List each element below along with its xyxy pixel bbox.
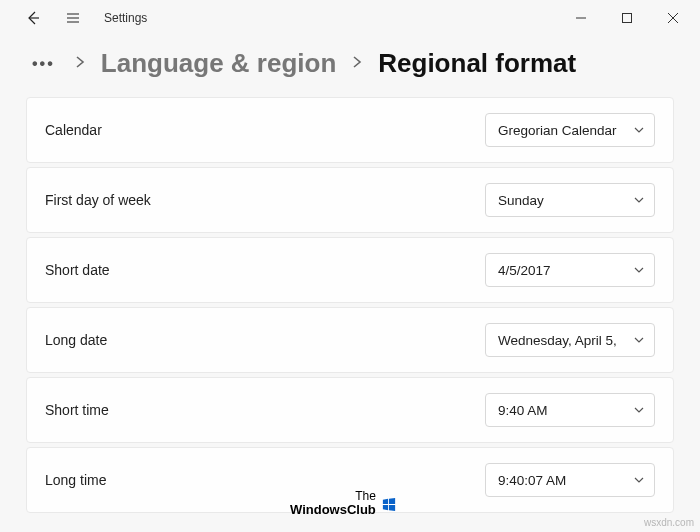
chevron-right-icon <box>350 55 364 73</box>
hamburger-icon[interactable] <box>58 3 88 33</box>
setting-row-calendar: Calendar Gregorian Calendar <box>26 97 674 163</box>
short-time-dropdown[interactable]: 9:40 AM <box>485 393 655 427</box>
first-day-dropdown[interactable]: Sunday <box>485 183 655 217</box>
dropdown-value: Gregorian Calendar <box>498 123 617 138</box>
setting-label: First day of week <box>45 192 151 208</box>
dropdown-value: 4/5/2017 <box>498 263 551 278</box>
setting-label: Short date <box>45 262 110 278</box>
chevron-down-icon <box>634 473 644 488</box>
calendar-dropdown[interactable]: Gregorian Calendar <box>485 113 655 147</box>
setting-label: Short time <box>45 402 109 418</box>
setting-label: Calendar <box>45 122 102 138</box>
chevron-down-icon <box>634 333 644 348</box>
setting-label: Long time <box>45 472 106 488</box>
chevron-down-icon <box>634 123 644 138</box>
page-title: Regional format <box>378 48 576 79</box>
setting-label: Long date <box>45 332 107 348</box>
watermark: The WindowsClub <box>290 490 396 517</box>
window-close-button[interactable] <box>650 2 696 34</box>
back-button[interactable] <box>18 3 48 33</box>
app-title: Settings <box>104 11 147 25</box>
breadcrumb-more-icon[interactable]: ••• <box>28 55 59 73</box>
window-minimize-button[interactable] <box>558 2 604 34</box>
setting-row-short-time: Short time 9:40 AM <box>26 377 674 443</box>
long-time-dropdown[interactable]: 9:40:07 AM <box>485 463 655 497</box>
source-text: wsxdn.com <box>644 517 694 528</box>
short-date-dropdown[interactable]: 4/5/2017 <box>485 253 655 287</box>
chevron-down-icon <box>634 403 644 418</box>
chevron-down-icon <box>634 263 644 278</box>
breadcrumb: ••• Language & region Regional format <box>0 36 700 97</box>
dropdown-value: 9:40 AM <box>498 403 548 418</box>
dropdown-value: Wednesday, April 5, <box>498 333 617 348</box>
setting-row-first-day: First day of week Sunday <box>26 167 674 233</box>
chevron-right-icon <box>73 55 87 73</box>
setting-row-long-date: Long date Wednesday, April 5, <box>26 307 674 373</box>
dropdown-value: Sunday <box>498 193 544 208</box>
window-maximize-button[interactable] <box>604 2 650 34</box>
watermark-line2: WindowsClub <box>290 503 376 517</box>
windows-logo-icon <box>382 497 396 511</box>
dropdown-value: 9:40:07 AM <box>498 473 566 488</box>
breadcrumb-parent[interactable]: Language & region <box>101 48 336 79</box>
chevron-down-icon <box>634 193 644 208</box>
long-date-dropdown[interactable]: Wednesday, April 5, <box>485 323 655 357</box>
setting-row-short-date: Short date 4/5/2017 <box>26 237 674 303</box>
svg-rect-0 <box>623 14 632 23</box>
